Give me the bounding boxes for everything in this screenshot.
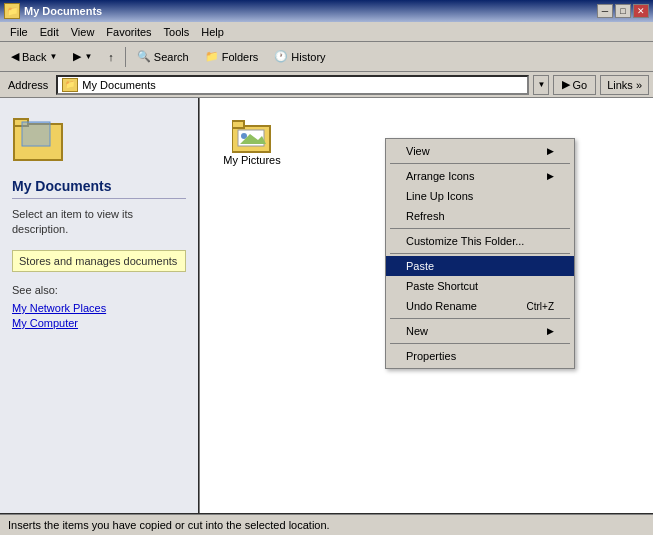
left-panel: My Documents Select an item to view its … <box>0 98 200 513</box>
ctx-arrange-icons[interactable]: Arrange Icons ▶ <box>386 166 574 186</box>
panel-title: My Documents <box>12 178 186 199</box>
address-text: My Documents <box>82 79 523 91</box>
ctx-paste[interactable]: Paste <box>386 256 574 276</box>
ctx-sep-4 <box>390 318 570 319</box>
back-label: Back <box>22 51 46 63</box>
menu-bar: File Edit View Favorites Tools Help <box>0 22 653 42</box>
title-bar-title: My Documents <box>24 5 102 17</box>
ctx-line-up-icons[interactable]: Line Up Icons <box>386 186 574 206</box>
maximize-button[interactable]: □ <box>615 4 631 18</box>
ctx-paste-shortcut-label: Paste Shortcut <box>406 280 478 292</box>
status-bar: Inserts the items you have copied or cut… <box>0 513 653 535</box>
ctx-customize-folder[interactable]: Customize This Folder... <box>386 231 574 251</box>
my-network-places-link[interactable]: My Network Places <box>12 302 186 314</box>
status-text: Inserts the items you have copied or cut… <box>8 519 330 531</box>
ctx-refresh[interactable]: Refresh <box>386 206 574 226</box>
go-label: Go <box>572 79 587 91</box>
close-button[interactable]: ✕ <box>633 4 649 18</box>
history-icon: 🕐 <box>274 50 288 63</box>
history-button[interactable]: 🕐 History <box>267 45 332 69</box>
title-bar-folder-icon: 📁 <box>4 3 20 19</box>
right-panel: My Pictures View ▶ Arrange Icons ▶ Line … <box>200 98 653 513</box>
context-menu: View ▶ Arrange Icons ▶ Line Up Icons Ref… <box>385 138 575 369</box>
address-label: Address <box>4 79 52 91</box>
menu-file[interactable]: File <box>4 24 34 40</box>
my-pictures-folder-icon <box>232 118 272 154</box>
address-bar: Address 📁 My Documents ▼ ▶ Go Links » <box>0 72 653 98</box>
ctx-paste-label: Paste <box>406 260 434 272</box>
ctx-refresh-label: Refresh <box>406 210 445 222</box>
title-bar: 📁 My Documents ─ □ ✕ <box>0 0 653 22</box>
back-button[interactable]: ◀ Back ▼ <box>4 45 64 69</box>
links-button[interactable]: Links » <box>600 75 649 95</box>
address-dropdown[interactable]: ▼ <box>533 75 549 95</box>
ctx-sep-2 <box>390 228 570 229</box>
separator-1 <box>125 47 126 67</box>
go-arrow-icon: ▶ <box>562 78 570 91</box>
address-folder-icon: 📁 <box>62 78 78 92</box>
see-also-label: See also: <box>12 284 186 296</box>
forward-button[interactable]: ▶ ▼ <box>66 45 99 69</box>
ctx-sep-3 <box>390 253 570 254</box>
forward-dropdown-icon: ▼ <box>84 52 92 61</box>
folders-button[interactable]: 📁 Folders <box>198 45 266 69</box>
ctx-line-up-label: Line Up Icons <box>406 190 473 202</box>
ctx-new-label: New <box>406 325 428 337</box>
folders-icon: 📁 <box>205 50 219 63</box>
title-bar-left: 📁 My Documents <box>4 3 102 19</box>
minimize-button[interactable]: ─ <box>597 4 613 18</box>
ctx-arrange-arrow: ▶ <box>547 171 554 181</box>
history-label: History <box>291 51 325 63</box>
ctx-sep-5 <box>390 343 570 344</box>
menu-view[interactable]: View <box>65 24 101 40</box>
my-computer-link[interactable]: My Computer <box>12 317 186 329</box>
links-label: Links » <box>607 79 642 91</box>
panel-folder-icon <box>12 114 68 170</box>
ctx-view[interactable]: View ▶ <box>386 141 574 161</box>
back-arrow-icon: ◀ <box>11 50 19 63</box>
panel-description: Select an item to view its description. <box>12 207 186 238</box>
ctx-sep-1 <box>390 163 570 164</box>
go-button[interactable]: ▶ Go <box>553 75 596 95</box>
ctx-undo-rename-label: Undo Rename <box>406 300 477 312</box>
ctx-properties-label: Properties <box>406 350 456 362</box>
search-icon: 🔍 <box>137 50 151 63</box>
ctx-properties[interactable]: Properties <box>386 346 574 366</box>
ctx-new[interactable]: New ▶ <box>386 321 574 341</box>
menu-help[interactable]: Help <box>195 24 230 40</box>
search-button[interactable]: 🔍 Search <box>130 45 196 69</box>
forward-icon: ▶ <box>73 50 81 63</box>
menu-favorites[interactable]: Favorites <box>100 24 157 40</box>
up-icon: ↑ <box>108 51 114 63</box>
up-button[interactable]: ↑ <box>101 45 121 69</box>
search-label: Search <box>154 51 189 63</box>
toolbar: ◀ Back ▼ ▶ ▼ ↑ 🔍 Search 📁 Folders 🕐 Hist… <box>0 42 653 72</box>
ctx-new-arrow: ▶ <box>547 326 554 336</box>
folders-label: Folders <box>222 51 259 63</box>
title-bar-buttons: ─ □ ✕ <box>597 4 649 18</box>
panel-info-box: Stores and manages documents <box>12 250 186 272</box>
ctx-arrange-icons-label: Arrange Icons <box>406 170 474 182</box>
ctx-view-arrow: ▶ <box>547 146 554 156</box>
ctx-undo-rename-shortcut: Ctrl+Z <box>527 301 555 312</box>
menu-edit[interactable]: Edit <box>34 24 65 40</box>
menu-tools[interactable]: Tools <box>158 24 196 40</box>
folder-svg-icon <box>12 114 72 166</box>
my-pictures-label: My Pictures <box>223 154 280 166</box>
ctx-paste-shortcut[interactable]: Paste Shortcut <box>386 276 574 296</box>
back-dropdown-icon: ▼ <box>49 52 57 61</box>
svg-rect-2 <box>22 122 50 146</box>
folder-item-my-pictures[interactable]: My Pictures <box>216 114 288 170</box>
ctx-undo-rename[interactable]: Undo Rename Ctrl+Z <box>386 296 574 316</box>
ctx-customize-label: Customize This Folder... <box>406 235 524 247</box>
main-content: My Documents Select an item to view its … <box>0 98 653 513</box>
ctx-view-label: View <box>406 145 430 157</box>
address-input-container[interactable]: 📁 My Documents <box>56 75 529 95</box>
svg-rect-4 <box>232 121 244 128</box>
